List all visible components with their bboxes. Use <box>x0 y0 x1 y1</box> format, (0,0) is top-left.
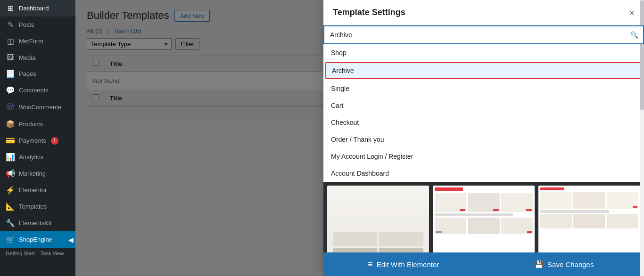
sidebar-item-shopengine[interactable]: 🛒 ShopEngine ◀ <box>0 231 75 248</box>
analytics-icon: 📊 <box>6 153 15 162</box>
preview-card-2[interactable] <box>433 186 535 252</box>
modal-title: Template Settings <box>333 8 405 17</box>
sidebar-item-label: Payments <box>19 137 46 144</box>
shopengine-arrow: ◀ <box>68 236 75 244</box>
sidebar-item-label: ElementsKit <box>19 219 51 227</box>
preview-card-3[interactable] <box>538 186 640 252</box>
dropdown-item-label: My Account Login / Register <box>331 153 413 160</box>
modal-footer: ≡ Edit With Elementor 💾 Save Changes <box>323 252 644 276</box>
sidebar-item-templates[interactable]: 📐 Templates <box>0 198 75 215</box>
dropdown-item-label: Single <box>331 85 349 92</box>
dropdown-item-order-thank-you[interactable]: Order / Thank you <box>323 131 644 148</box>
dropdown-list: Shop Archive Single Cart Checkout Order … <box>323 44 644 182</box>
sidebar-item-label: Products <box>19 121 43 128</box>
save-button-label: Save Changes <box>547 260 594 268</box>
modal-scrollbar-thumb[interactable] <box>640 0 644 110</box>
dropdown-item-archive[interactable]: Archive <box>325 62 642 79</box>
sidebar-item-elementor[interactable]: ⚡ Elementor <box>0 182 75 198</box>
dropdown-item-checkout[interactable]: Checkout <box>323 114 644 131</box>
media-icon: 🖼 <box>6 53 15 62</box>
sidebar-item-dashboard[interactable]: ⊞ Dashboard <box>0 0 75 16</box>
templates-icon: 📐 <box>6 202 15 211</box>
sidebar-item-label: Media <box>19 54 35 61</box>
edit-icon: ≡ <box>368 260 373 269</box>
edit-button-label: Edit With Elementor <box>377 260 439 268</box>
elementor-icon: ⚡ <box>6 186 15 195</box>
sidebar-item-label: WooCommerce <box>19 104 61 111</box>
dropdown-item-account-dashboard[interactable]: Account Dashboard <box>323 165 644 182</box>
dropdown-search-wrapper: 🔍 <box>323 25 644 44</box>
dropdown-item-my-account[interactable]: My Account Login / Register <box>323 148 644 165</box>
sidebar-item-label: MetForm <box>19 38 43 45</box>
dropdown-item-shop[interactable]: Shop <box>323 44 644 61</box>
dropdown-item-label: Checkout <box>331 119 359 126</box>
sidebar-item-label: Analytics <box>19 154 43 161</box>
sidebar-item-label: Marketing <box>19 170 46 177</box>
sidebar-item-analytics[interactable]: 📊 Analytics <box>0 149 75 165</box>
task-view-label: Task View <box>41 251 64 256</box>
sidebar-item-products[interactable]: 📦 Products <box>0 116 75 132</box>
sidebar-item-media[interactable]: 🖼 Media <box>0 49 75 65</box>
sidebar-item-label: Dashboard <box>19 5 49 12</box>
search-icon: 🔍 <box>630 31 638 39</box>
elementskit-icon: 🔧 <box>6 219 15 227</box>
payments-badge: 1 <box>51 137 58 145</box>
sidebar-item-label: Pages <box>19 70 36 77</box>
getting-started-label: Getting Start <box>6 251 35 256</box>
modal-body: 🔍 Shop Archive Single Cart Checkout Orde… <box>323 25 644 252</box>
dropdown-search-input[interactable] <box>324 26 643 43</box>
edit-with-elementor-button[interactable]: ≡ Edit With Elementor <box>323 252 484 276</box>
products-icon: 📦 <box>6 120 15 129</box>
dropdown-item-label: Order / Thank you <box>331 136 384 143</box>
sidebar-item-label: ShopEngine <box>19 236 52 243</box>
sidebar: ⊞ Dashboard ✎ Posts ◫ MetForm 🖼 Media 📃 … <box>0 0 75 276</box>
sidebar-item-posts[interactable]: ✎ Posts <box>0 16 75 33</box>
modal-header: Template Settings × <box>323 0 644 25</box>
dropdown-item-label: Account Dashboard <box>331 170 389 177</box>
woocommerce-icon: Ⓦ <box>6 102 15 112</box>
sidebar-item-marketing[interactable]: 📢 Marketing <box>0 165 75 182</box>
shopengine-icon: 🛒 <box>6 235 15 244</box>
template-previews <box>323 182 644 252</box>
dropdown-item-label: Shop <box>331 49 347 57</box>
payments-icon: 💳 <box>6 136 15 145</box>
sidebar-item-label: Posts <box>19 21 34 28</box>
marketing-icon: 📢 <box>6 169 15 178</box>
dropdown-item-label: Archive <box>332 67 354 74</box>
dropdown-item-label: Cart <box>331 102 343 109</box>
comments-icon: 💬 <box>6 86 15 95</box>
pages-icon: 📃 <box>6 69 15 78</box>
sidebar-item-label: Elementor <box>19 187 47 194</box>
preview-card-1[interactable] <box>327 186 429 252</box>
dropdown-item-single[interactable]: Single <box>323 80 644 97</box>
sidebar-item-pages[interactable]: 📃 Pages <box>0 65 75 82</box>
template-settings-modal: Template Settings × 🔍 Shop Archive Singl… <box>323 0 644 276</box>
dropdown-item-cart[interactable]: Cart <box>323 97 644 114</box>
modal-close-button[interactable]: × <box>629 8 635 17</box>
dashboard-icon: ⊞ <box>6 4 15 13</box>
sidebar-item-metform[interactable]: ◫ MetForm <box>0 33 75 49</box>
posts-icon: ✎ <box>6 20 15 29</box>
sidebar-item-label: Templates <box>19 203 47 210</box>
sidebar-item-payments[interactable]: 💳 Payments 1 <box>0 132 75 149</box>
save-changes-button[interactable]: 💾 Save Changes <box>484 252 644 276</box>
sidebar-item-getting-started[interactable]: Getting Start Task View <box>0 248 75 259</box>
sidebar-item-elementskit[interactable]: 🔧 ElementsKit <box>0 215 75 231</box>
sidebar-item-comments[interactable]: 💬 Comments <box>0 82 75 98</box>
save-icon: 💾 <box>534 260 544 269</box>
sidebar-item-woocommerce[interactable]: Ⓦ WooCommerce <box>0 98 75 116</box>
sidebar-item-label: Comments <box>19 87 49 94</box>
metform-icon: ◫ <box>6 37 15 46</box>
